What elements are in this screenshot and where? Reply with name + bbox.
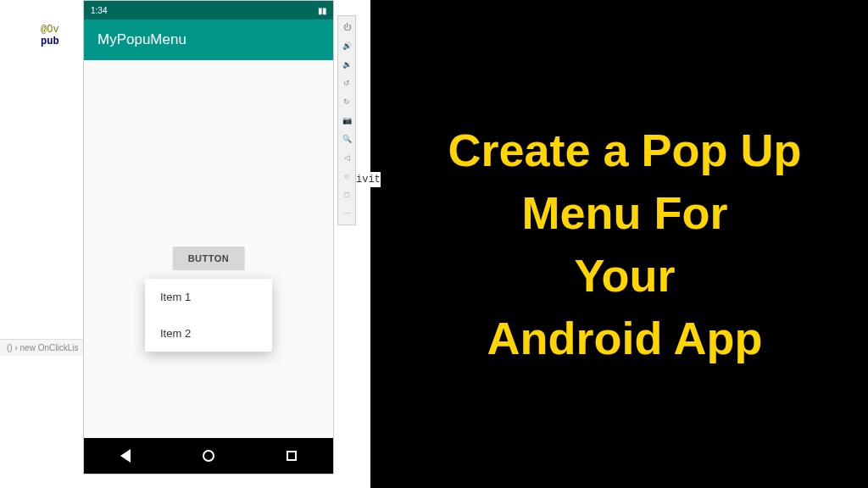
code-keyword: pub xyxy=(41,36,59,47)
home-icon[interactable]: ○ xyxy=(342,172,351,180)
nav-back-button[interactable] xyxy=(118,448,133,463)
rotate-right-icon[interactable]: ↻ xyxy=(342,97,351,106)
camera-icon[interactable]: 📷 xyxy=(342,116,351,125)
code-snippet: @Ov pub xyxy=(41,24,59,47)
zoom-icon[interactable]: 🔍 xyxy=(342,135,351,143)
rotate-left-icon[interactable]: ↺ xyxy=(342,79,351,87)
popup-menu: Item 1 Item 2 xyxy=(145,279,272,352)
title-line-4: Android App xyxy=(487,312,763,364)
app-title: MyPopuMenu xyxy=(97,31,186,48)
more-icon[interactable]: ⋯ xyxy=(342,209,351,218)
power-icon[interactable]: ⏻ xyxy=(342,23,351,31)
code-text-fragment: ivit xyxy=(356,172,381,187)
main-button[interactable]: BUTTON xyxy=(173,247,245,270)
signal-icon xyxy=(318,6,326,14)
emulator-controls: ⏻ 🔊 🔉 ↺ ↻ 📷 🔍 ◁ ○ □ ⋯ xyxy=(337,15,356,225)
nav-home-button[interactable] xyxy=(201,448,216,463)
back-icon[interactable]: ◁ xyxy=(342,153,351,162)
popup-item-1[interactable]: Item 1 xyxy=(145,279,272,315)
left-area: @Ov pub () › new OnClickLis ivit 1:34 My… xyxy=(0,0,381,488)
title-line-2: Menu For xyxy=(522,186,728,239)
nav-recent-button[interactable] xyxy=(284,448,299,463)
overview-icon[interactable]: □ xyxy=(342,191,351,199)
title-line-1: Create a Pop Up xyxy=(448,124,801,176)
screen-content[interactable]: BUTTON Item 1 Item 2 xyxy=(84,60,333,438)
app-bar: MyPopuMenu xyxy=(84,19,333,60)
status-bar: 1:34 xyxy=(84,1,333,19)
android-emulator: 1:34 MyPopuMenu BUTTON Item 1 Item 2 xyxy=(83,0,334,474)
status-time: 1:34 xyxy=(91,6,107,15)
title-text: Create a Pop Up Menu For Your Android Ap… xyxy=(381,0,868,488)
volume-up-icon[interactable]: 🔊 xyxy=(342,42,351,50)
popup-item-2[interactable]: Item 2 xyxy=(145,315,272,352)
title-line-3: Your xyxy=(575,249,676,302)
volume-down-icon[interactable]: 🔉 xyxy=(342,60,351,69)
status-icons xyxy=(318,6,326,14)
nav-bar xyxy=(84,438,333,474)
code-annotation: @Ov xyxy=(41,24,59,36)
